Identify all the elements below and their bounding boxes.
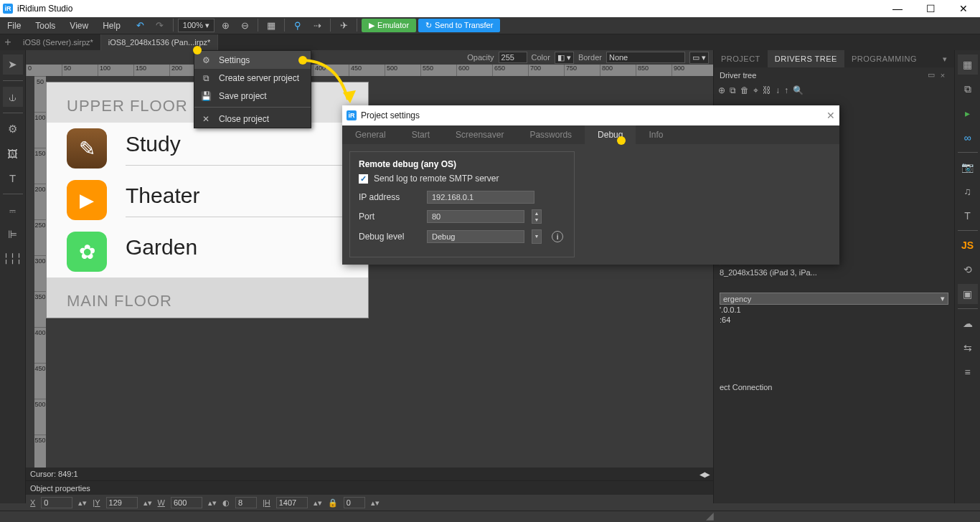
tree-line: '.0.0.1: [720, 305, 948, 315]
ctx-item[interactable]: ⚙Settings: [194, 51, 311, 69]
emulator-button[interactable]: ▶Emulator: [362, 19, 416, 32]
zoom-in-button[interactable]: ⊕: [217, 17, 234, 33]
send-to-transfer-button[interactable]: ↻Send to Transfer: [418, 19, 500, 32]
menu-help[interactable]: Help: [95, 17, 128, 34]
slider-tool[interactable]: ⎓: [3, 200, 23, 220]
window-close-button[interactable]: ✕: [947, 0, 980, 17]
alpha-input[interactable]: [344, 497, 365, 508]
x-input[interactable]: [41, 497, 72, 508]
border-select[interactable]: None: [606, 52, 685, 63]
zoom-out-button[interactable]: ⊖: [236, 17, 253, 33]
text-icon[interactable]: T: [958, 206, 978, 226]
tab-project[interactable]: PROJECT: [714, 50, 768, 67]
js-icon[interactable]: JS: [958, 235, 978, 255]
window-maximize-button[interactable]: ☐: [914, 0, 947, 17]
port-input[interactable]: [427, 210, 524, 223]
menu-tools[interactable]: Tools: [28, 17, 62, 34]
delete-driver-icon[interactable]: 🗑: [740, 85, 749, 95]
ctx-label: Close project: [219, 114, 269, 124]
object-props-header: Object properties: [26, 480, 713, 495]
copy-driver-icon[interactable]: ⧉: [730, 85, 736, 95]
list-icon[interactable]: ≡: [958, 362, 978, 382]
right-icon-column: ▦ ⧉ ▸ ∞ 📷 ♫ T JS ⟲ ▣ ☁ ⇆ ≡: [954, 50, 980, 503]
r-input[interactable]: [235, 497, 257, 508]
lock-icon[interactable]: 🔒: [328, 498, 338, 508]
dialog-tab[interactable]: General: [342, 125, 399, 144]
chain-driver-icon[interactable]: ⛓: [763, 85, 771, 95]
smtp-checkbox-row[interactable]: ✓ Send log to remote SMTP server: [359, 174, 565, 184]
tab-programming[interactable]: PROGRAMMING: [844, 50, 924, 67]
scroll-arrows[interactable]: ◀ ▶: [699, 470, 709, 478]
zoom-select[interactable]: 100% ▾: [178, 19, 215, 32]
design-row[interactable]: ✿Garden: [47, 226, 368, 277]
design-row[interactable]: ▶Theater: [47, 174, 368, 226]
share-icon[interactable]: ⇆: [958, 338, 978, 358]
dialog-tab[interactable]: Info: [636, 125, 676, 144]
panel-icon-4[interactable]: ∞: [958, 128, 978, 148]
pointer-tool[interactable]: ➤: [3, 54, 23, 75]
dialog-tab[interactable]: Screensaver: [443, 125, 517, 144]
row-label: Theater: [126, 184, 348, 217]
dialog-tab[interactable]: Passwords: [517, 125, 585, 144]
info-icon[interactable]: i: [552, 231, 563, 242]
debug-level-select[interactable]: [427, 230, 524, 243]
text-tool[interactable]: T: [3, 168, 23, 188]
y-input[interactable]: [106, 497, 138, 508]
cloud-icon[interactable]: ☁: [958, 313, 978, 333]
ctx-item[interactable]: 💾Save project: [194, 87, 311, 105]
h-input[interactable]: [276, 497, 308, 508]
panel-detach-icon[interactable]: ▭: [925, 70, 937, 80]
checkbox-icon[interactable]: ✓: [359, 174, 368, 184]
down-arrow-icon[interactable]: ↓: [776, 85, 780, 95]
snap-button[interactable]: ⚲: [289, 17, 306, 33]
ip-input[interactable]: [427, 191, 534, 204]
grid-button[interactable]: ▦: [263, 17, 280, 33]
camera-icon[interactable]: 📷: [958, 157, 978, 177]
image-tool[interactable]: 🖼: [3, 143, 23, 163]
gear-tool[interactable]: ⚙: [3, 119, 23, 139]
chip-icon[interactable]: ▣: [958, 284, 978, 304]
dialog-close-button[interactable]: ✕: [826, 110, 835, 121]
tab-drivers-tree[interactable]: DRIVERS TREE: [768, 50, 844, 67]
add-tab-button[interactable]: +: [0, 34, 16, 50]
panel-icon-1[interactable]: ▦: [958, 54, 978, 75]
music-icon[interactable]: ♫: [958, 181, 978, 201]
rocket-button[interactable]: ✈: [335, 17, 352, 33]
level-dropdown[interactable]: ▼: [532, 229, 542, 244]
panel-close-icon[interactable]: ×: [937, 71, 948, 80]
dialog-tabs: GeneralStartScreensaverPasswordsDebugInf…: [342, 125, 839, 144]
menu-file[interactable]: File: [0, 17, 28, 34]
add-driver-icon[interactable]: ⊕: [718, 85, 725, 95]
link-button[interactable]: ⇢: [308, 17, 326, 33]
undo-button[interactable]: ↶: [132, 17, 149, 33]
opacity-input[interactable]: [499, 52, 527, 63]
window-minimize-button[interactable]: —: [881, 0, 914, 17]
dialog-titlebar[interactable]: iR Project settings ✕: [342, 105, 839, 125]
search-driver-icon[interactable]: 🔍: [793, 85, 804, 95]
spacing-tool[interactable]: ╎╎╎: [3, 249, 23, 269]
undo-icon[interactable]: ⟲: [958, 260, 978, 280]
port-spinner[interactable]: ▲▼: [532, 209, 542, 224]
panel-icon-2[interactable]: ⧉: [958, 79, 978, 99]
w-input[interactable]: [171, 497, 202, 508]
resize-grip-icon[interactable]: ◢: [706, 512, 715, 521]
panel-menu-icon[interactable]: ▾: [936, 50, 955, 67]
ctx-item[interactable]: ⧉Create server project: [194, 69, 311, 87]
tab-ios8-server[interactable]: iOS8 (Server).sirpz*: [16, 34, 101, 50]
tag-driver-icon[interactable]: ⌖: [753, 85, 758, 95]
color-picker[interactable]: ◧ ▾: [555, 52, 574, 64]
tree-line[interactable]: 8_2048x1536 (iPad 3, iPa...: [720, 267, 948, 277]
panel-icon-3[interactable]: ▸: [958, 103, 978, 123]
ctx-close-project[interactable]: ✕ Close project: [194, 110, 311, 128]
dialog-tab[interactable]: Debug: [585, 125, 636, 144]
menu-view[interactable]: View: [62, 17, 95, 34]
redo-button[interactable]: ↷: [151, 17, 169, 33]
steps-tool[interactable]: ⊫: [3, 224, 23, 245]
y-label: |Y: [93, 498, 100, 507]
border-style[interactable]: ▭ ▾: [689, 52, 709, 64]
design-row[interactable]: ✎Study: [47, 123, 368, 174]
dialog-tab[interactable]: Start: [399, 125, 443, 144]
align-tool[interactable]: ⫝: [3, 87, 23, 107]
tree-select[interactable]: ergency▾: [720, 293, 948, 305]
up-arrow-icon[interactable]: ↑: [784, 85, 788, 95]
